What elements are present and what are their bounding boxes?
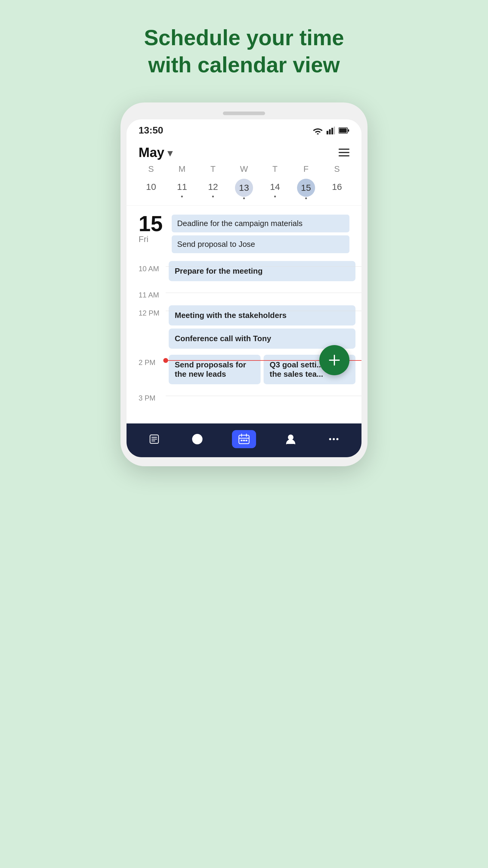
day-numbers: 10 11 12 13 14 [135,179,352,199]
day-header-s1: S [135,164,167,174]
day-big-label: Fri [138,235,163,244]
svg-rect-8 [329,360,340,361]
time-label-3pm: 3 PM [127,387,166,402]
day-14: 14 [270,179,280,195]
compact-event-1[interactable]: Deadline for the campaign materials [172,215,350,232]
svg-rect-19 [241,440,242,441]
svg-rect-6 [348,129,349,132]
bottom-nav: $ [127,424,361,457]
divider-12pm [166,311,361,311]
day-13-wrapper[interactable]: 13 [229,179,260,199]
month-selector[interactable]: May ▾ [138,145,172,160]
status-icons [313,127,350,134]
svg-point-24 [333,438,335,440]
day-13-today: 13 [235,179,253,197]
fab-spacer [127,405,361,424]
timeline-row-3pm: 3 PM [127,387,361,405]
day-detail-header: 15 Fri Deadline for the campaign materia… [127,205,361,258]
battery-icon [338,127,350,134]
day-12: 12 [208,179,218,195]
svg-rect-15 [239,435,249,444]
phone-notch [223,112,265,115]
day-15-selected: 15 [297,179,315,197]
day-14-wrapper[interactable]: 14 [259,179,290,199]
day-12-dot [212,195,214,197]
svg-rect-2 [331,128,333,134]
page-container: Schedule your time with calendar view 13… [0,24,488,466]
compact-event-2[interactable]: Send proposal to Jose [172,236,350,253]
day-headers: S M T W T F S [135,164,352,174]
event-prepare-meeting[interactable]: Prepare for the meeting [169,261,355,281]
timeline-row-10am: 10 AM Prepare for the meeting [127,258,361,284]
event-stakeholders[interactable]: Meeting with the stakeholders [169,305,355,326]
svg-point-22 [288,435,293,440]
svg-rect-1 [329,129,331,134]
svg-rect-0 [327,131,328,134]
day-10[interactable]: 10 [135,179,167,199]
svg-rect-21 [246,440,247,441]
time-label-12pm: 12 PM [127,302,166,317]
day-11: 11 [177,179,187,195]
nav-item-calendar[interactable] [232,430,256,448]
event-send-proposals[interactable]: Send proposals for the new leads [169,355,261,384]
headline: Schedule your time with calendar view [144,24,344,79]
calendar-grid: S M T W T F S 10 11 12 [127,164,361,205]
plus-icon [328,353,341,367]
calendar-icon [232,430,256,448]
more-icon [325,430,343,448]
time-label-11am: 11 AM [127,284,166,299]
svg-text:$: $ [196,435,199,442]
finance-icon: $ [189,430,206,448]
svg-point-23 [329,438,331,440]
svg-rect-20 [243,440,245,441]
day-events-compact: Deadline for the campaign materials Send… [172,213,350,253]
timeline-row-11am: 11 AM [127,284,361,302]
headline-line1: Schedule your time [144,24,344,51]
hamburger-icon[interactable] [338,149,350,156]
event-conference-tony[interactable]: Conference call with Tony [169,329,355,349]
nav-item-profile[interactable] [282,430,299,448]
headline-line2: with calendar view [144,51,344,79]
day-header-m: M [167,164,198,174]
status-bar: 13:50 [127,119,361,139]
fab-add-button[interactable] [319,345,350,375]
nav-item-tasks[interactable] [145,430,163,448]
signal-icon [327,127,335,134]
day-11-wrapper[interactable]: 11 [167,179,198,199]
day-13-dot [243,197,245,199]
wifi-icon [313,127,323,134]
day-header-s2: S [321,164,352,174]
svg-point-25 [336,438,338,440]
month-label: May [138,145,164,160]
divider-10am [166,267,361,267]
day-big: 15 Fri [138,213,163,244]
svg-rect-5 [339,128,347,133]
day-16[interactable]: 16 [321,179,352,199]
current-time-dot [163,358,168,363]
day-header-t1: T [198,164,229,174]
timeline: 10 AM Prepare for the meeting 11 AM 12 P… [127,258,361,405]
time-label-10am: 10 AM [127,258,166,273]
nav-item-finance[interactable]: $ [189,430,206,448]
status-time: 13:50 [138,125,163,136]
phone-screen: 13:50 [127,119,361,457]
chevron-down-icon[interactable]: ▾ [167,147,172,159]
day-12-wrapper[interactable]: 12 [198,179,229,199]
day-11-dot [181,195,183,197]
day-15-dot [305,197,307,199]
day-14-dot [274,195,276,197]
day-header-t2: T [259,164,290,174]
nav-item-more[interactable] [325,430,343,448]
time-label-2pm: 2 PM [127,352,166,367]
tasks-icon [145,430,163,448]
day-header-w: W [229,164,260,174]
app-header: May ▾ [127,139,361,164]
svg-rect-3 [334,127,335,134]
day-15-wrapper[interactable]: 15 [290,179,321,199]
timeline-row-12pm: 12 PM Meeting with the stakeholders Conf… [127,302,361,352]
profile-icon [282,430,299,448]
day-big-number: 15 [138,213,163,235]
day-header-f: F [290,164,321,174]
phone-frame: 13:50 [121,102,367,466]
divider-3pm [166,396,361,396]
